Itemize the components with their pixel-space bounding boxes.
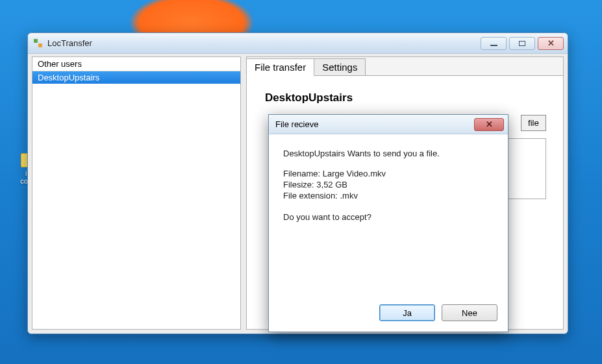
file-details: Filename: Large Video.mkv Filesize: 3,52… xyxy=(283,169,494,200)
window-title: LocTransfer xyxy=(47,38,481,48)
dialog-close-button[interactable]: ✕ xyxy=(474,118,504,131)
peer-heading: DesktopUpstairs xyxy=(265,91,545,104)
dialog-title: File recieve xyxy=(275,119,474,129)
tabstrip: File transfer Settings xyxy=(246,56,564,76)
yes-button[interactable]: Ja xyxy=(379,304,435,321)
dialog-message: DesktopUpstairs Wants to send you a file… xyxy=(283,149,494,158)
user-list-item[interactable]: DesktopUpstairs xyxy=(32,71,240,84)
dialog-titlebar[interactable]: File recieve ✕ xyxy=(269,115,508,134)
app-icon xyxy=(33,38,44,49)
filename-row: Filename: Large Video.mkv xyxy=(283,169,494,178)
tab-file-transfer[interactable]: File transfer xyxy=(246,58,314,76)
yes-label: Ja xyxy=(403,308,412,318)
choose-file-button[interactable]: file xyxy=(521,115,546,131)
close-icon: ✕ xyxy=(547,38,555,48)
no-button[interactable]: Nee xyxy=(442,304,497,321)
filename-label: Filename: xyxy=(283,169,323,178)
titlebar[interactable]: LocTransfer ✕ xyxy=(28,33,568,54)
tab-settings[interactable]: Settings xyxy=(314,58,366,76)
choose-file-label: file xyxy=(528,118,539,128)
ext-label: File extension: xyxy=(283,191,340,200)
filesize-label: Filesize: xyxy=(283,180,316,189)
close-button[interactable]: ✕ xyxy=(538,37,564,50)
tab-label: File transfer xyxy=(255,62,306,73)
user-list-item-label: DesktopUpstairs xyxy=(38,73,99,82)
dialog-question: Do you want to accept? xyxy=(283,212,494,222)
close-icon: ✕ xyxy=(486,119,493,129)
no-label: Nee xyxy=(462,308,477,318)
sidebar-header: Other users xyxy=(32,57,240,71)
filesize-row: Filesize: 3,52 GB xyxy=(283,180,494,189)
filename-value: Large Video.mkv xyxy=(323,169,386,178)
ext-row: File extension: .mkv xyxy=(283,191,494,200)
tab-label: Settings xyxy=(322,62,357,73)
ext-value: .mkv xyxy=(340,191,357,200)
file-receive-dialog: File recieve ✕ DesktopUpstairs Wants to … xyxy=(268,114,508,332)
dialog-body: DesktopUpstairs Wants to send you a file… xyxy=(269,134,508,298)
filesize-value: 3,52 GB xyxy=(316,180,347,189)
user-list: DesktopUpstairs xyxy=(32,71,240,329)
sidebar: Other users DesktopUpstairs xyxy=(32,56,241,330)
dialog-buttons: Ja Nee xyxy=(269,298,508,332)
window-controls: ✕ xyxy=(481,37,564,50)
minimize-button[interactable] xyxy=(481,37,507,50)
maximize-button[interactable] xyxy=(509,37,535,50)
